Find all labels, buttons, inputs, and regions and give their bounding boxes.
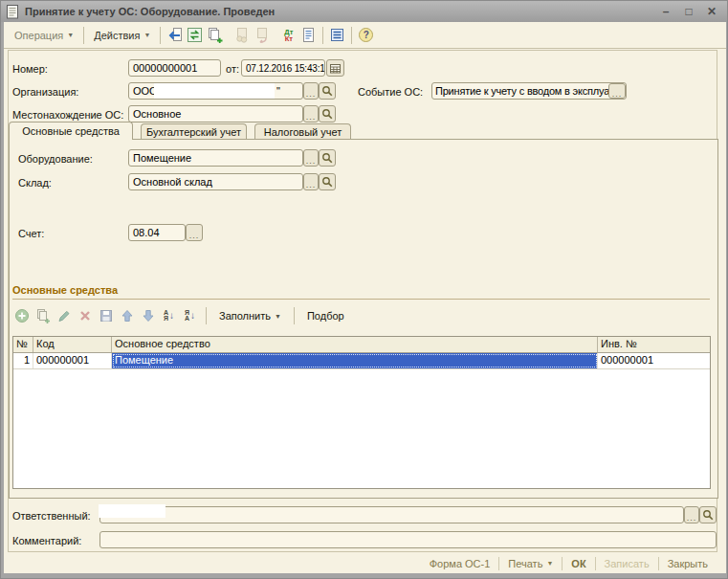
responsible-field[interactable]	[99, 506, 684, 523]
command-bar-separator	[294, 307, 295, 324]
warehouse-field[interactable]: Основной склад	[128, 173, 303, 190]
calendar-button[interactable]	[326, 59, 344, 77]
print-button[interactable]: Печать ▼	[499, 558, 562, 569]
warehouse-open-button[interactable]	[319, 173, 336, 190]
sort-descending-icon[interactable]: ЯА ↓	[181, 307, 199, 325]
organization-field[interactable]: ООО " "	[128, 82, 303, 100]
redaction-overlay	[99, 504, 165, 518]
equipment-open-button[interactable]	[319, 149, 336, 167]
chevron-down-icon: ▼	[143, 32, 150, 38]
number-field[interactable]: 00000000001	[128, 59, 221, 77]
minimize-button[interactable]: –	[658, 5, 673, 19]
window-client-area: Операция ▼ Действия ▼	[4, 22, 726, 573]
account-select-button[interactable]: ...	[186, 224, 203, 241]
tab-fixed-assets[interactable]: Основные средства	[9, 122, 133, 140]
responsible-open-button[interactable]	[699, 506, 717, 523]
edit-row-icon[interactable]	[55, 307, 73, 325]
chevron-down-icon: ▼	[275, 313, 281, 320]
sort-ascending-icon[interactable]: АЯ ↓	[160, 307, 178, 325]
cell-inventory-number[interactable]: 000000001	[598, 353, 710, 368]
equipment-label: Оборудование:	[18, 153, 93, 165]
copy-row-icon[interactable]	[33, 307, 52, 325]
cell-line-number[interactable]: 1	[13, 353, 33, 368]
cell-code[interactable]: 000000001	[33, 353, 112, 368]
warehouse-label: Склад:	[18, 177, 52, 189]
account-field[interactable]: 08.04	[128, 224, 186, 241]
app-window: Принятие к учету ОС: Оборудование. Прове…	[0, 0, 728, 579]
responsible-select-button[interactable]: ...	[684, 506, 699, 523]
responsible-label: Ответственный:	[12, 510, 91, 522]
help-icon[interactable]: ?	[356, 25, 376, 45]
chevron-down-icon: ▼	[546, 560, 553, 567]
date-prefix-label: от:	[226, 63, 239, 75]
magnifier-icon	[321, 85, 333, 97]
footer-button-bar: Форма ОС-1 Печать ▼ ОК Записать Закрыть	[4, 553, 726, 573]
calendar-icon	[329, 62, 342, 75]
end-edit-icon[interactable]	[97, 307, 115, 325]
window-title: Принятие к учету ОС: Оборудование. Прове…	[25, 6, 658, 17]
ok-button[interactable]: ОК	[563, 558, 594, 569]
event-field[interactable]: Принятие к учету с вводом в эксплуатаци …	[431, 82, 627, 100]
move-down-icon[interactable]	[139, 307, 157, 325]
location-select-button[interactable]: ...	[303, 105, 319, 122]
toolbar-separator	[83, 27, 84, 44]
window-controls: – □ ✕	[658, 5, 719, 19]
refresh-icon[interactable]	[185, 25, 205, 45]
column-header-asset: Основное средство	[112, 337, 598, 352]
equipment-select-button[interactable]: ...	[303, 149, 319, 167]
post-document-icon[interactable]	[232, 25, 252, 45]
account-label: Счет:	[18, 228, 44, 239]
organization-open-button[interactable]	[319, 82, 336, 100]
subordination-structure-icon[interactable]	[327, 25, 347, 45]
add-row-icon[interactable]	[12, 307, 31, 325]
operation-menu[interactable]: Операция ▼	[9, 27, 79, 44]
comment-label: Комментарий:	[12, 535, 81, 546]
post-and-close-icon[interactable]	[165, 25, 185, 45]
save-button[interactable]: Записать	[596, 558, 658, 569]
tab-tax-accounting[interactable]: Налоговый учет	[254, 123, 351, 139]
magnifier-icon	[321, 152, 333, 164]
warehouse-select-button[interactable]: ...	[303, 173, 319, 190]
copy-icon[interactable]	[205, 25, 225, 45]
location-field[interactable]: Основное	[128, 105, 303, 122]
column-header-num: №	[13, 337, 33, 352]
redaction-overlay	[154, 83, 275, 99]
fill-button[interactable]: Заполнить ▼	[213, 308, 287, 323]
dt-kt-posting-icon[interactable]: Дт Кт	[278, 25, 298, 45]
organization-label: Организация:	[12, 86, 78, 98]
column-header-inventory: Инв. №	[598, 337, 710, 352]
cell-asset-selected[interactable]: Помещение	[112, 353, 598, 368]
organization-select-button[interactable]: ...	[303, 82, 319, 100]
move-up-icon[interactable]	[118, 307, 136, 325]
table-header-row: № Код Основное средство Инв. №	[13, 337, 710, 353]
pick-button[interactable]: Подбор	[301, 308, 350, 323]
magnifier-icon	[321, 108, 333, 120]
close-button[interactable]: ✕	[704, 5, 719, 19]
magnifier-icon	[321, 176, 333, 188]
magnifier-icon	[702, 509, 714, 521]
comment-field[interactable]	[99, 531, 717, 548]
register-records-icon[interactable]	[298, 25, 319, 45]
toolbar-separator	[322, 27, 323, 44]
assets-table: № Код Основное средство Инв. № 1 0000000…	[12, 336, 711, 489]
event-select-button[interactable]: ...	[608, 83, 626, 99]
chevron-down-icon: ▼	[67, 32, 74, 38]
section-title: Основные средства	[12, 284, 710, 300]
actions-menu[interactable]: Действия ▼	[88, 27, 156, 44]
maximize-button[interactable]: □	[681, 5, 696, 19]
form-os1-button[interactable]: Форма ОС-1	[421, 558, 499, 569]
table-row[interactable]: 1 000000001 Помещение 000000001	[13, 353, 710, 369]
undo-posting-icon[interactable]	[252, 25, 272, 45]
number-label: Номер:	[12, 63, 48, 75]
delete-row-icon[interactable]	[76, 307, 94, 325]
toolbar-separator	[160, 27, 161, 44]
close-form-button[interactable]: Закрыть	[659, 558, 717, 569]
equipment-field[interactable]: Помещение	[128, 149, 303, 167]
location-open-button[interactable]	[319, 105, 336, 122]
tab-accounting[interactable]: Бухгалтерский учет	[141, 123, 247, 139]
toolbar-separator	[351, 27, 352, 44]
event-label: Событие ОС:	[358, 86, 423, 98]
date-field[interactable]: 07.12.2016 15:43:18	[241, 59, 325, 77]
table-command-bar: АЯ ↓ ЯА ↓ Заполнить ▼ Подбор	[12, 305, 350, 326]
column-header-code: Код	[33, 337, 112, 352]
